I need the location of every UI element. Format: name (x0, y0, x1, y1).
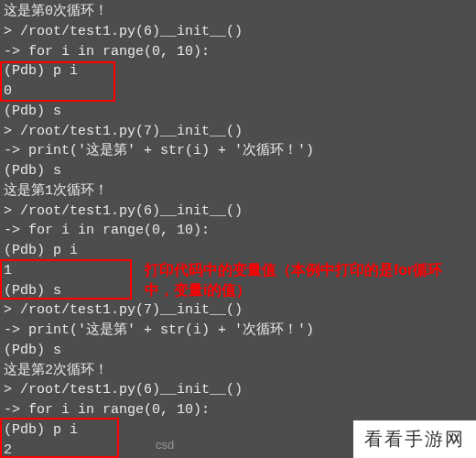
output-line: > /root/test1.py(7)__init__() (4, 122, 472, 142)
pdb-command-line: (Pdb) s (4, 341, 472, 361)
output-line: > /root/test1.py(6)__init__() (4, 380, 472, 400)
output-line: > /root/test1.py(6)__init__() (4, 22, 472, 42)
output-line: -> for i in range(0, 10): (4, 42, 472, 62)
pdb-command-line: (Pdb) s (4, 102, 472, 122)
brand-watermark: 看看手游网 (353, 420, 476, 458)
output-line: 这是第0次循环！ (4, 2, 472, 22)
output-line: -> print('这是第' + str(i) + '次循环！') (4, 321, 472, 341)
pdb-result-line: 0 (4, 82, 472, 102)
output-line: -> print('这是第' + str(i) + '次循环！') (4, 141, 472, 161)
output-line: > /root/test1.py(6)__init__() (4, 202, 472, 222)
csdn-watermark: csd (156, 437, 174, 454)
annotation-text: 打印代码中的变量值（本例中打印的是for循环中，变量i的值） (145, 260, 456, 301)
output-line: > /root/test1.py(7)__init__() (4, 300, 472, 321)
pdb-command-line: (Pdb) p i (4, 241, 472, 261)
pdb-command-line: (Pdb) p i (4, 61, 472, 82)
terminal-output[interactable]: 这是第0次循环！ > /root/test1.py(6)__init__() -… (0, 0, 476, 458)
pdb-command-line: (Pdb) s (4, 161, 472, 181)
output-line: 这是第2次循环！ (4, 361, 472, 381)
output-line: -> for i in range(0, 10): (4, 221, 472, 241)
output-line: 这是第1次循环！ (4, 181, 472, 202)
output-line: -> for i in range(0, 10): (4, 400, 472, 420)
